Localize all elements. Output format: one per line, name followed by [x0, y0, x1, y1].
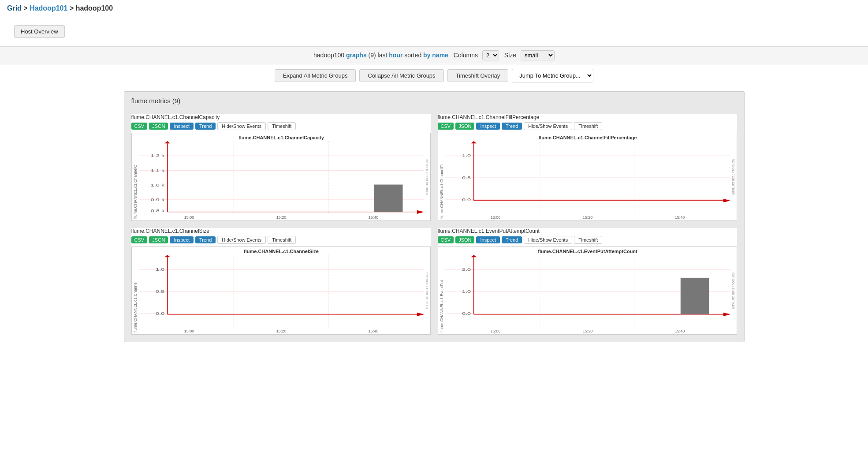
svg-text:1.1 k: 1.1 k — [150, 168, 165, 173]
hide-show-button-4[interactable]: Hide/Show Events — [524, 236, 572, 244]
collapse-all-button[interactable]: Collapse All Metric Groups — [359, 69, 443, 82]
inspect-button-1[interactable]: Inspect — [170, 123, 193, 130]
svg-marker-27 — [471, 141, 477, 143]
graphs-grid: flume.CHANNEL.c1.ChannelCapacity CSV JSO… — [124, 110, 744, 342]
graphs-link[interactable]: graphs — [346, 52, 367, 59]
columns-label: Columns — [454, 52, 478, 59]
json-button-4[interactable]: JSON — [455, 236, 474, 243]
breadcrumb-sep1: > — [23, 4, 30, 12]
graph-title-1: flume.CHANNEL.c1.ChannelCapacity — [131, 114, 431, 120]
trend-button-4[interactable]: Trend — [502, 236, 522, 243]
expand-all-button[interactable]: Expand All Metric Groups — [275, 69, 356, 82]
graph-btns-3: CSV JSON Inspect Trend Hide/Show Events … — [131, 236, 431, 244]
graph-card-1: flume.CHANNEL.c1.ChannelCapacity CSV JSO… — [131, 114, 431, 221]
right-label-3: RDTOOL / TOBI DETIKER — [424, 247, 430, 334]
action-bar: Expand All Metric Groups Collapse All Me… — [0, 64, 868, 87]
chart-title-3: flume.CHANNEL.c1.ChannelSize — [139, 247, 424, 255]
breadcrumb-current: hadoop100 — [76, 4, 113, 12]
top-bar: hadoop100 graphs (9) last hour sorted by… — [0, 46, 868, 64]
graph-title-2: flume.CHANNEL.c1.ChannelFillPercentage — [438, 114, 737, 120]
hour-link[interactable]: hour — [389, 52, 402, 59]
csv-button-3[interactable]: CSV — [131, 236, 148, 243]
y-label-3: flume.CHANNEL.c1.Channe — [132, 247, 139, 334]
graph-plot-2: 1.0 0.5 0.0 — [445, 141, 730, 214]
y-label-1: flume.CHANNEL.c1.ChannelC — [132, 133, 139, 220]
grid-link[interactable]: Grid — [7, 4, 22, 12]
svg-text:1.0: 1.0 — [462, 289, 470, 294]
size-select[interactable]: small medium large — [521, 50, 555, 60]
trend-button-1[interactable]: Trend — [195, 123, 216, 130]
y-label-2: flume.CHANNEL.c1.ChannelFi — [438, 133, 445, 220]
chart-title-4: flume.CHANNEL.c1.EventPutAttemptCount — [445, 247, 730, 255]
svg-text:2.0: 2.0 — [462, 267, 470, 272]
svg-text:1.0 k: 1.0 k — [150, 183, 165, 187]
graph-area-2: flume.CHANNEL.c1.ChannelFi flume.CHANNEL… — [438, 133, 737, 221]
svg-text:0.5: 0.5 — [462, 175, 470, 180]
metric-group-title: flume metrics (9) — [124, 92, 744, 110]
chart-title-1: flume.CHANNEL.c1.ChannelCapacity — [139, 133, 424, 141]
graph-card-4: flume.CHANNEL.c1.EventPutAttemptCount CS… — [438, 228, 737, 335]
right-label-1: RDTOOL / TOBI DETIKER — [424, 133, 430, 220]
graph-plot-4: 2.0 1.0 0.0 — [445, 255, 730, 328]
svg-text:0.9 k: 0.9 k — [150, 198, 165, 202]
trend-button-2[interactable]: Trend — [502, 123, 522, 130]
svg-text:1.0: 1.0 — [462, 153, 470, 158]
csv-button-4[interactable]: CSV — [438, 236, 454, 243]
svg-marker-14 — [164, 141, 170, 143]
columns-select[interactable]: 2 1 3 4 — [482, 50, 499, 60]
svg-text:0.0: 0.0 — [155, 311, 164, 316]
jump-to-select[interactable]: Jump To Metric Group... — [512, 69, 593, 82]
graphs-count-val: (9) — [369, 52, 376, 59]
breadcrumb-sep2: > — [70, 4, 76, 12]
inspect-button-3[interactable]: Inspect — [170, 236, 193, 243]
x-axis-3: 15:00 15:20 15:40 — [139, 328, 424, 334]
hide-show-button-3[interactable]: Hide/Show Events — [217, 236, 266, 244]
host-link[interactable]: Hadoop101 — [30, 4, 67, 12]
csv-button-2[interactable]: CSV — [438, 123, 454, 130]
timeshift-overlay-button[interactable]: Timeshift Overlay — [447, 69, 509, 82]
graph-btns-1: CSV JSON Inspect Trend Hide/Show Events … — [131, 122, 431, 130]
graph-area-4: flume.CHANNEL.c1.EventPut flume.CHANNEL.… — [438, 246, 737, 335]
timeshift-button-3[interactable]: Timeshift — [268, 236, 296, 244]
svg-marker-51 — [471, 255, 477, 257]
hide-show-button-2[interactable]: Hide/Show Events — [524, 122, 572, 130]
x-axis-1: 15:00 15:20 15:40 — [139, 214, 424, 220]
size-label: Size — [504, 52, 516, 59]
graph-card-2: flume.CHANNEL.c1.ChannelFillPercentage C… — [438, 114, 737, 221]
graph-area-1: flume.CHANNEL.c1.ChannelC flume.CHANNEL.… — [131, 133, 431, 221]
svg-marker-12 — [417, 210, 424, 214]
x-axis-2: 15:00 15:20 15:40 — [445, 214, 730, 220]
graph-area-3: flume.CHANNEL.c1.Channe flume.CHANNEL.c1… — [131, 246, 431, 335]
svg-rect-15 — [374, 185, 402, 212]
svg-marker-37 — [417, 313, 424, 316]
hide-show-button-1[interactable]: Hide/Show Events — [217, 122, 266, 130]
y-label-4: flume.CHANNEL.c1.EventPut — [438, 247, 445, 334]
svg-text:0.5: 0.5 — [155, 289, 164, 294]
host-name-label: hadoop100 — [313, 52, 344, 59]
svg-marker-25 — [723, 199, 730, 202]
graph-title-3: flume.CHANNEL.c1.ChannelSize — [131, 228, 431, 234]
metrics-container: flume metrics (9) flume.CHANNEL.c1.Chann… — [117, 91, 752, 342]
by-name-link[interactable]: by name — [423, 52, 448, 59]
svg-rect-52 — [680, 278, 709, 314]
graph-btns-4: CSV JSON Inspect Trend Hide/Show Events … — [438, 236, 737, 244]
json-button-2[interactable]: JSON — [455, 123, 474, 130]
timeshift-button-2[interactable]: Timeshift — [574, 122, 602, 130]
host-overview-button[interactable]: Host Overview — [14, 25, 65, 38]
json-button-3[interactable]: JSON — [149, 236, 168, 243]
inspect-button-4[interactable]: Inspect — [476, 236, 499, 243]
inspect-button-2[interactable]: Inspect — [476, 123, 499, 130]
chart-title-2: flume.CHANNEL.c1.ChannelFillPercentage — [445, 133, 730, 141]
csv-button-1[interactable]: CSV — [131, 123, 148, 130]
svg-text:0.0: 0.0 — [462, 198, 470, 202]
x-axis-4: 15:00 15:20 15:40 — [445, 328, 730, 334]
json-button-1[interactable]: JSON — [149, 123, 168, 130]
metric-group: flume metrics (9) flume.CHANNEL.c1.Chann… — [124, 91, 745, 342]
svg-text:1.0: 1.0 — [155, 267, 164, 272]
graph-card-3: flume.CHANNEL.c1.ChannelSize CSV JSON In… — [131, 228, 431, 335]
timeshift-button-4[interactable]: Timeshift — [574, 236, 602, 244]
timeshift-button-1[interactable]: Timeshift — [268, 122, 296, 130]
trend-button-3[interactable]: Trend — [195, 236, 216, 243]
last-label: last — [378, 52, 389, 59]
sorted-label: sorted — [404, 52, 423, 59]
